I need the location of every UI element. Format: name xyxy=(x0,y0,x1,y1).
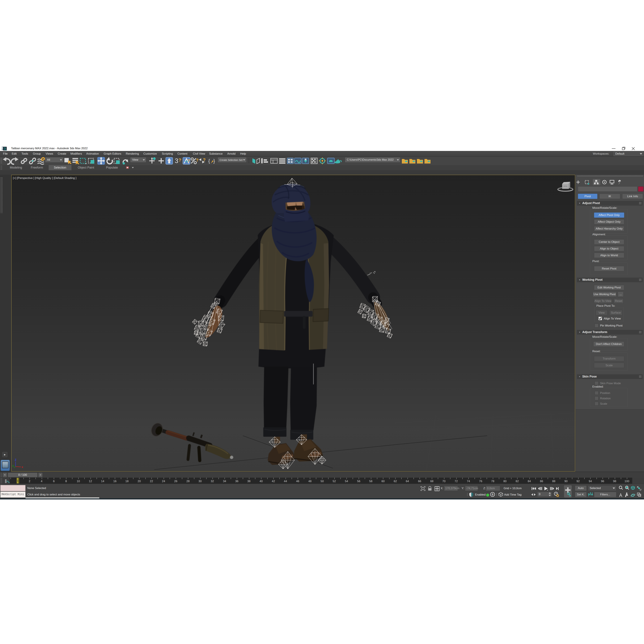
svg-text:?: ? xyxy=(187,158,190,163)
svg-text:MAX: MAX xyxy=(5,150,7,151)
svg-text:{: { xyxy=(208,158,210,164)
svg-text:?: ? xyxy=(196,158,199,163)
svg-text:?: ? xyxy=(178,157,181,163)
svg-text:front: front xyxy=(564,185,567,187)
svg-text:3: 3 xyxy=(175,157,178,164)
svg-text:x: x xyxy=(22,466,23,468)
svg-text:Z: Z xyxy=(15,459,16,461)
svg-text:y.: y. xyxy=(12,464,14,467)
svg-text:?: ? xyxy=(203,157,206,162)
svg-text:}: } xyxy=(213,158,215,164)
